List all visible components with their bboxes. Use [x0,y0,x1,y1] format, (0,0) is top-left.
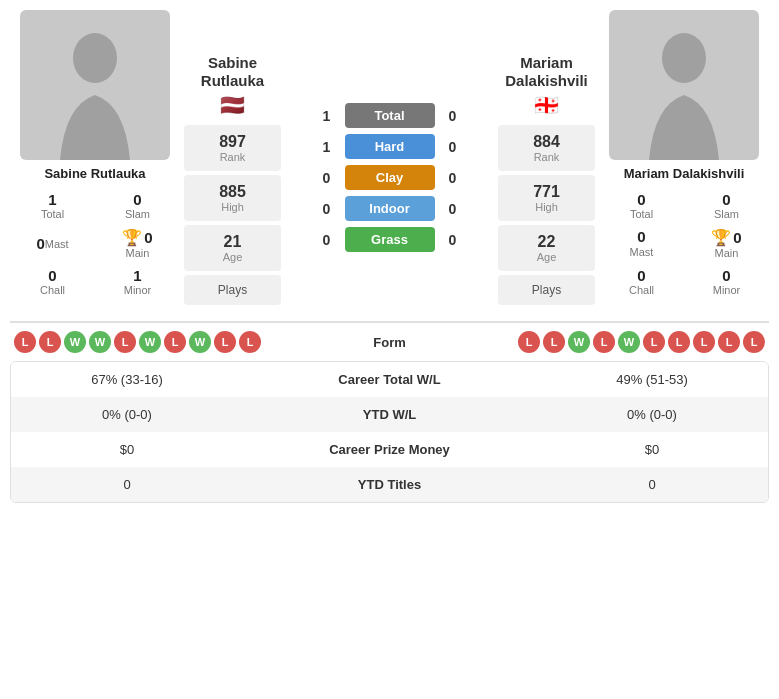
p2-name-header: Mariam Dalakishvili 🇬🇪 [498,54,595,117]
p1-high-box: 885 High [184,175,281,221]
player2-photo [609,10,759,160]
stats-p1-val-2: $0 [27,442,227,457]
p1-rank-label: Rank [188,151,277,163]
stats-p2-val-1: 0% (0-0) [552,407,752,422]
player2-card: Mariam Dalakishvili 0 Total 0 Slam 0 Mas… [599,10,769,305]
form-badge-l: L [164,331,186,353]
player1-card: Sabine Rutlauka 1 Total 0 Slam 0 Mast [10,10,180,305]
form-badge-l: L [718,331,740,353]
main-container: Sabine Rutlauka 1 Total 0 Slam 0 Mast [0,0,779,511]
form-badge-l: L [14,331,36,353]
p1-surface-score-1: 1 [315,139,339,155]
p2-surface-score-3: 0 [441,201,465,217]
p1-flag: 🇱🇻 [184,93,281,117]
stats-p1-val-3: 0 [27,477,227,492]
form-badge-l: L [114,331,136,353]
stats-center-label-1: YTD W/L [227,407,552,422]
form-badge-l: L [668,331,690,353]
p2-high-label: High [502,201,591,213]
player1-name: Sabine Rutlauka [44,166,145,181]
p1-mast-label: Mast [45,238,69,250]
form-badge-l: L [239,331,261,353]
p1-trophy-cell: 0 Mast [10,224,95,263]
svg-point-1 [662,33,706,83]
p2-high-box: 771 High [498,175,595,221]
player1-stats-grid: 1 Total 0 Slam 0 Mast 🏆 0 [10,187,180,300]
p2-slam-win-cell: 0 Slam [684,187,769,224]
p1-age-box: 21 Age [184,225,281,271]
p2-age-label: Age [502,251,591,263]
surface-row-indoor: 0Indoor0 [289,193,490,224]
form-badge-l: L [693,331,715,353]
p2-mast-cell: 0 Mast [599,224,684,263]
p2-main-label: Main [686,247,767,259]
stats-p1-val-0: 67% (33-16) [27,372,227,387]
p2-total-label: Total [601,208,682,220]
surface-btn-total: Total [345,103,435,128]
p1-trophy-icon: 🏆 [122,228,142,247]
p1-slam-label: Slam [97,208,178,220]
p2-chall-cell: 0 Chall [599,263,684,300]
p1-chall-win: 0 [12,267,93,284]
p2-slam-label: Slam [686,208,767,220]
p2-surface-score-2: 0 [441,170,465,186]
stats-p1-val-1: 0% (0-0) [27,407,227,422]
form-badge-l: L [593,331,615,353]
p2-main-win: 0 [733,229,741,246]
svg-point-0 [73,33,117,83]
p1-slam-win-cell: 0 Slam [95,187,180,224]
p2-mast-label: Mast [601,246,682,258]
stats-row-0: 67% (33-16)Career Total W/L49% (51-53) [11,362,768,397]
stats-center-label-2: Career Prize Money [227,442,552,457]
p2-surface-score-4: 0 [441,232,465,248]
form-badge-w: W [568,331,590,353]
form-row: LLWWLWLWLL Form LLWLWLLLLL [10,321,769,361]
p1-name-line1: Sabine [184,54,281,72]
p1-total-win-cell: 1 Total [10,187,95,224]
bottom-section: LLWWLWLWLL Form LLWLWLLLLL 67% (33-16)Ca… [0,305,779,511]
p1-main-cell: 🏆 0 Main [95,224,180,263]
stats-row-2: $0Career Prize Money$0 [11,432,768,467]
p1-chall-cell: 0 Chall [10,263,95,300]
stats-center-label-0: Career Total W/L [227,372,552,387]
form-label: Form [373,335,406,350]
p1-age-label: Age [188,251,277,263]
form-badge-l: L [643,331,665,353]
form-badge-w: W [618,331,640,353]
player1-photo [20,10,170,160]
stats-table: 67% (33-16)Career Total W/L49% (51-53)0%… [10,361,769,503]
player2-name: Mariam Dalakishvili [624,166,745,181]
surface-row-total: 1Total0 [289,100,490,131]
p2-plays-box: Plays [498,275,595,305]
p2-total-win: 0 [601,191,682,208]
stats-row-3: 0YTD Titles0 [11,467,768,502]
p2-main-cell: 🏆 0 Main [684,224,769,263]
stats-center-label-3: YTD Titles [227,477,552,492]
form-badge-l: L [743,331,765,353]
p1-plays-box: Plays [184,275,281,305]
p1-plays-label: Plays [188,283,277,297]
p2-surface-score-0: 0 [441,108,465,124]
p1-main-win: 0 [144,229,152,246]
p1-high-val: 885 [188,183,277,201]
p2-minor-win: 0 [686,267,767,284]
surface-rows: 1Total01Hard00Clay00Indoor00Grass0 [289,100,490,255]
player1-silhouette [50,30,140,160]
p1-minor-label: Minor [97,284,178,296]
p1-minor-cell: 1 Minor [95,263,180,300]
form-badge-l: L [543,331,565,353]
p2-form-badges: LLWLWLLLLL [518,331,765,353]
surface-btn-hard: Hard [345,134,435,159]
p1-total-label: Total [12,208,93,220]
stats-row-1: 0% (0-0)YTD W/L0% (0-0) [11,397,768,432]
p2-name-line2: Dalakishvili [498,72,595,90]
surface-row-hard: 1Hard0 [289,131,490,162]
p2-age-box: 22 Age [498,225,595,271]
p2-chall-win: 0 [601,267,682,284]
p2-rank-val: 884 [502,133,591,151]
form-badge-w: W [89,331,111,353]
p2-total-win-cell: 0 Total [599,187,684,224]
stats-p2-val-3: 0 [552,477,752,492]
p2-plays-label: Plays [502,283,591,297]
surface-row-clay: 0Clay0 [289,162,490,193]
